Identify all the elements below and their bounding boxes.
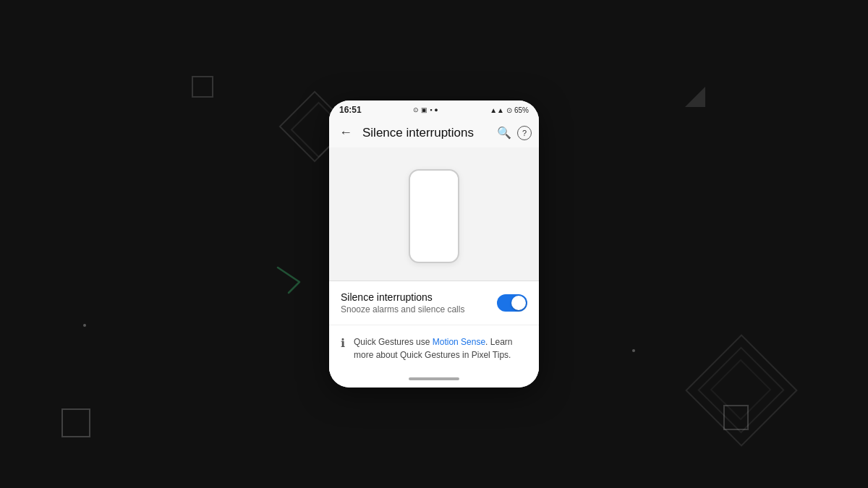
bg-decoration-diamond-br	[685, 334, 798, 447]
silence-interruptions-toggle[interactable]	[497, 294, 527, 312]
status-icon-camera: ▪	[430, 106, 432, 114]
phone-illustration	[409, 169, 459, 263]
nav-indicator	[409, 377, 459, 380]
content-area: Silence interruptions Snooze alarms and …	[329, 147, 539, 372]
status-icon-screen: ▣	[421, 106, 427, 114]
status-bar: 16:51 ⊙ ▣ ▪ ● ▲▲ ⊙ 65%	[329, 100, 539, 118]
bg-decoration-square-bl	[61, 408, 90, 437]
status-time: 16:51	[339, 105, 362, 115]
wifi-icon: ⊙	[506, 106, 512, 114]
status-icons: ⊙ ▣ ▪ ●	[413, 106, 438, 114]
status-icon-dot: ●	[434, 106, 438, 114]
app-bar-title: Silence interruptions	[362, 126, 490, 140]
signal-icon: ▲▲	[490, 106, 504, 114]
illustration-container	[329, 147, 539, 281]
settings-screen: 16:51 ⊙ ▣ ▪ ● ▲▲ ⊙ 65% ← Silence interru…	[329, 100, 539, 388]
info-text: Quick Gestures use Motion Sense. Learn m…	[354, 335, 527, 361]
bg-decoration-arrow	[271, 260, 307, 296]
setting-subtitle: Snooze alarms and silence calls	[341, 304, 488, 314]
status-icon-circle: ⊙	[413, 106, 419, 114]
app-bar: ← Silence interruptions 🔍 ?	[329, 118, 539, 147]
bg-decoration-square-br	[723, 405, 749, 430]
info-text-prefix: Quick Gestures use	[354, 337, 433, 347]
help-button[interactable]: ?	[517, 126, 532, 140]
back-button[interactable]: ←	[336, 124, 355, 142]
info-section: ℹ Quick Gestures use Motion Sense. Learn…	[329, 325, 539, 372]
bottom-bar	[329, 372, 539, 388]
battery-level: 65%	[514, 106, 529, 114]
status-right: ▲▲ ⊙ 65%	[490, 106, 529, 114]
silence-interruptions-item: Silence interruptions Snooze alarms and …	[329, 281, 539, 325]
setting-title: Silence interruptions	[341, 291, 488, 303]
settings-section: Silence interruptions Snooze alarms and …	[329, 281, 539, 325]
search-button[interactable]: 🔍	[497, 126, 511, 140]
setting-text: Silence interruptions Snooze alarms and …	[341, 291, 488, 314]
bg-decoration-triangle-tr	[685, 87, 705, 107]
bg-decoration-diamond-br2	[697, 346, 784, 433]
toggle-knob	[511, 296, 526, 310]
motion-sense-link[interactable]: Motion Sense	[433, 337, 485, 347]
info-icon: ℹ	[341, 336, 345, 350]
app-bar-actions: 🔍 ?	[497, 126, 532, 140]
bg-dot-1	[83, 324, 86, 327]
bg-decoration-square-tl	[192, 76, 213, 98]
bg-decoration-diamond-br3	[710, 359, 772, 421]
bg-dot-2	[632, 349, 635, 352]
